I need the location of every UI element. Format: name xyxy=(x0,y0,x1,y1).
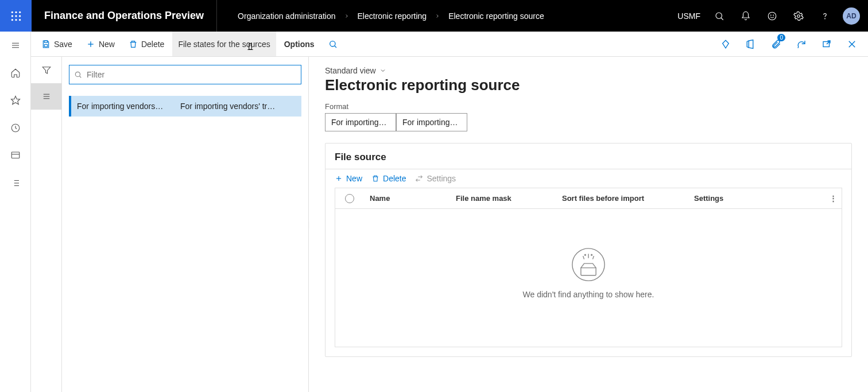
save-icon xyxy=(41,40,51,49)
grid-select-all[interactable] xyxy=(335,194,364,203)
settings-button[interactable] xyxy=(785,0,812,32)
diamond-icon xyxy=(720,39,731,49)
list-pane-button[interactable] xyxy=(31,83,61,110)
toolbar-refresh-button[interactable] xyxy=(790,32,813,56)
format-value-2[interactable]: For importing… xyxy=(396,113,467,131)
nav-modules-button[interactable] xyxy=(0,169,31,197)
refresh-icon xyxy=(796,39,807,49)
file-source-new-button[interactable]: New xyxy=(335,174,362,183)
workspace: For importing vendors… For importing ven… xyxy=(31,57,868,392)
grid-col-sort[interactable]: Sort files before import xyxy=(556,194,688,203)
grid-empty-text: We didn't find anything to show here. xyxy=(523,290,654,299)
record-list: For importing vendors… For importing ven… xyxy=(69,96,301,117)
trash-icon xyxy=(371,174,379,183)
svg-marker-19 xyxy=(11,96,20,104)
grid-col-settings[interactable]: Settings xyxy=(688,194,824,203)
chevron-down-icon xyxy=(379,67,386,74)
breadcrumb-item[interactable]: Electronic reporting source xyxy=(448,11,544,21)
list-pane: For importing vendors… For importing ven… xyxy=(62,57,309,392)
filter-icon xyxy=(41,65,52,75)
breadcrumb: Organization administration Electronic r… xyxy=(217,11,672,21)
file-states-button[interactable]: File states for the sources xyxy=(172,32,276,56)
nav-expand-button[interactable] xyxy=(0,32,31,59)
list-icon xyxy=(41,91,52,102)
toolbar-close-button[interactable] xyxy=(840,32,863,56)
feedback-button[interactable] xyxy=(759,0,785,32)
format-value-1[interactable]: For importing… xyxy=(325,113,396,131)
delete-button[interactable]: Delete xyxy=(123,32,170,56)
grid-col-name[interactable]: Name xyxy=(364,194,450,203)
help-icon xyxy=(820,11,830,21)
nav-workspaces-button[interactable] xyxy=(0,142,31,169)
file-source-card: File source New Delete Settings xyxy=(325,143,852,357)
svg-point-11 xyxy=(768,12,776,20)
smile-icon xyxy=(767,11,777,21)
chevron-right-icon xyxy=(344,13,350,19)
plus-icon xyxy=(335,174,343,183)
grid-column-menu[interactable]: ⋮ xyxy=(824,194,842,203)
svg-line-34 xyxy=(334,45,336,47)
format-label: Format xyxy=(325,102,852,111)
svg-point-0 xyxy=(11,11,13,13)
list-view-rail xyxy=(31,57,62,392)
toolbar-search-button[interactable] xyxy=(323,32,343,56)
avatar[interactable]: AD xyxy=(843,7,860,25)
action-bar: Save New Delete File states for the sour… xyxy=(31,32,868,57)
svg-point-2 xyxy=(19,11,21,13)
modules-icon xyxy=(10,178,21,188)
file-source-settings-label: Settings xyxy=(427,174,456,183)
hamburger-icon xyxy=(10,40,21,51)
save-label: Save xyxy=(54,40,72,49)
home-icon xyxy=(10,68,21,78)
waffle-icon xyxy=(10,10,22,22)
svg-rect-30 xyxy=(44,44,47,46)
filter-pane-button[interactable] xyxy=(31,57,61,83)
nav-recent-button[interactable] xyxy=(0,114,31,142)
grid-col-mask[interactable]: File name mask xyxy=(450,194,556,203)
list-item[interactable]: For importing vendors… For importing ven… xyxy=(69,96,301,117)
search-button[interactable] xyxy=(706,0,733,32)
new-label: New xyxy=(99,40,115,49)
page-title: Electronic reporting source xyxy=(325,76,852,94)
list-item-col1: For importing vendors… xyxy=(77,102,175,111)
file-source-settings-button[interactable]: Settings xyxy=(415,174,456,183)
save-button[interactable]: Save xyxy=(36,32,78,56)
bell-icon xyxy=(741,11,751,21)
toolbar-diamond-button[interactable] xyxy=(714,32,737,56)
file-source-delete-button[interactable]: Delete xyxy=(371,174,406,183)
chevron-right-icon xyxy=(435,13,440,19)
file-source-grid: Name File name mask Sort files before im… xyxy=(335,188,842,347)
options-label: Options xyxy=(284,40,315,49)
svg-point-43 xyxy=(75,72,80,76)
trash-icon xyxy=(129,40,138,49)
breadcrumb-item[interactable]: Organization administration xyxy=(238,11,335,21)
file-source-delete-label: Delete xyxy=(383,174,406,183)
svg-point-5 xyxy=(19,15,21,17)
top-header: Finance and Operations Preview Organizat… xyxy=(0,0,868,32)
notifications-button[interactable] xyxy=(733,0,759,32)
filter-input[interactable] xyxy=(86,69,296,80)
attachment-badge: 0 xyxy=(777,34,785,41)
company-code[interactable]: USMF xyxy=(672,11,706,21)
swap-icon xyxy=(415,174,423,183)
help-button[interactable] xyxy=(812,0,838,32)
svg-point-14 xyxy=(797,14,800,17)
breadcrumb-item[interactable]: Electronic reporting xyxy=(358,11,427,21)
toolbar-office-button[interactable] xyxy=(739,32,762,56)
toolbar-attachments-button[interactable]: 0 xyxy=(765,32,788,56)
toolbar-popout-button[interactable] xyxy=(815,32,838,56)
nav-favorites-button[interactable] xyxy=(0,87,31,114)
svg-point-7 xyxy=(15,19,17,21)
svg-point-4 xyxy=(15,15,17,17)
new-button[interactable]: New xyxy=(80,32,121,56)
filter-box[interactable] xyxy=(69,65,301,84)
nav-home-button[interactable] xyxy=(0,59,31,87)
app-launcher-button[interactable] xyxy=(0,0,32,32)
star-icon xyxy=(10,95,21,106)
clock-icon xyxy=(10,123,21,133)
file-source-title: File source xyxy=(326,143,851,169)
options-button[interactable]: Options xyxy=(278,32,320,56)
svg-point-9 xyxy=(716,13,722,19)
view-selector[interactable]: Standard view xyxy=(325,66,852,75)
plus-icon xyxy=(86,40,95,49)
